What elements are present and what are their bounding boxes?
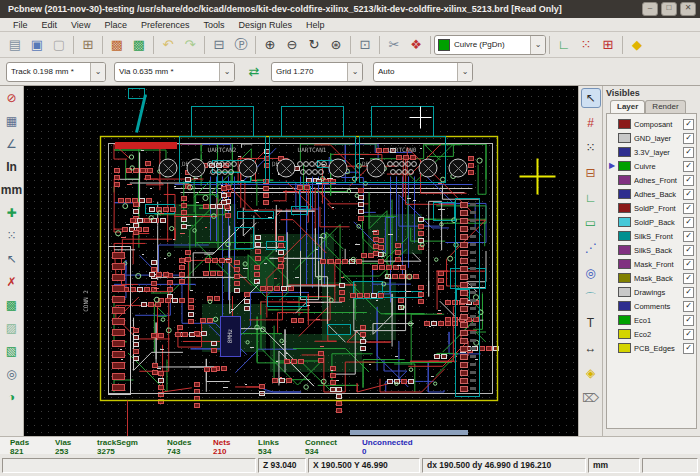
layer-row-eco1[interactable]: Eco1✓ — [607, 313, 696, 327]
zoom-fit-icon[interactable]: ⊛ — [325, 34, 347, 56]
layer-row-soldp_back[interactable]: SoldP_Back✓ — [607, 215, 696, 229]
new-board-icon[interactable]: ▤ — [4, 34, 26, 56]
layer-visibility-checkbox[interactable]: ✓ — [683, 287, 694, 298]
layer-visibility-checkbox[interactable]: ✓ — [683, 119, 694, 130]
layer-visibility-checkbox[interactable]: ✓ — [683, 231, 694, 242]
layer-row-mask_back[interactable]: Mask_Back✓ — [607, 271, 696, 285]
footprint-mode-icon[interactable]: ⊞ — [597, 34, 619, 56]
layer-color-swatch[interactable] — [618, 203, 631, 213]
add-graphic-line-icon[interactable]: ⋰ — [581, 238, 601, 258]
units-mm-icon[interactable]: mm — [2, 180, 22, 200]
zoom-out-icon[interactable]: ⊖ — [281, 34, 303, 56]
save-board-icon[interactable]: ▣ — [26, 34, 48, 56]
cleanup-tracks-icon[interactable]: ❖ — [405, 34, 427, 56]
polar-coords-icon[interactable]: ∠ — [2, 134, 22, 154]
layer-row-cuivre[interactable]: ▶Cuivre✓ — [607, 159, 696, 173]
add-text-icon[interactable]: T — [581, 313, 601, 333]
plot-svg-icon[interactable]: ▢ — [48, 34, 70, 56]
add-module-icon[interactable]: ⊟ — [581, 163, 601, 183]
units-inches-icon[interactable]: In — [2, 157, 22, 177]
close-button[interactable]: ✕ — [680, 2, 696, 16]
menu-place[interactable]: Place — [97, 20, 134, 30]
redo-icon[interactable]: ↷ — [179, 34, 201, 56]
chevron-down-icon[interactable]: ⌄ — [457, 63, 472, 81]
layer-row-pcb_edges[interactable]: PCB_Edges✓ — [607, 341, 696, 355]
tab-render[interactable]: Render — [645, 100, 685, 113]
layer-visibility-checkbox[interactable]: ✓ — [683, 147, 694, 158]
layer-row-composant[interactable]: Composant✓ — [607, 117, 696, 131]
chevron-down-icon[interactable]: ⌄ — [530, 36, 545, 54]
layer-visibility-checkbox[interactable]: ✓ — [683, 273, 694, 284]
grid-size-select[interactable]: Grid 1.270 ⌄ — [271, 62, 363, 82]
layer-row-mask_front[interactable]: Mask_Front✓ — [607, 257, 696, 271]
add-graphic-circle-icon[interactable]: ◎ — [581, 263, 601, 283]
add-dimension-icon[interactable]: ↔ — [581, 338, 601, 358]
chevron-down-icon[interactable]: ⌄ — [347, 63, 362, 81]
undo-icon[interactable]: ↶ — [157, 34, 179, 56]
add-track-icon[interactable]: ∟ — [581, 188, 601, 208]
local-ratsnest-icon[interactable]: ⁙ — [581, 138, 601, 158]
zones-hide-icon[interactable]: ▨ — [2, 318, 22, 338]
layer-visibility-checkbox[interactable]: ✓ — [683, 259, 694, 270]
layer-visibility-checkbox[interactable]: ✓ — [683, 175, 694, 186]
layer-row-silks_back[interactable]: SilkS_Back✓ — [607, 243, 696, 257]
layer-visibility-checkbox[interactable]: ✓ — [683, 245, 694, 256]
zoom-selection-icon[interactable]: ⊡ — [354, 34, 376, 56]
layer-visibility-checkbox[interactable]: ✓ — [683, 301, 694, 312]
delete-items-icon[interactable]: ⌦ — [581, 388, 601, 408]
layer-row-soldp_front[interactable]: SoldP_Front✓ — [607, 201, 696, 215]
add-zone-icon[interactable]: ▭ — [581, 213, 601, 233]
tab-layer[interactable]: Layer — [610, 100, 645, 113]
chevron-down-icon[interactable]: ⌄ — [219, 63, 234, 81]
layer-color-swatch[interactable] — [618, 119, 631, 129]
module-editor-icon[interactable]: ▩ — [106, 34, 128, 56]
select-tool-icon[interactable]: ↖ — [581, 88, 601, 108]
library-browser-icon[interactable]: ▩ — [128, 34, 150, 56]
layer-row-comments[interactable]: Comments✓ — [607, 299, 696, 313]
add-target-icon[interactable]: ◈ — [581, 363, 601, 383]
pcb-canvas-area[interactable] — [24, 86, 578, 436]
layer-color-swatch[interactable] — [618, 245, 631, 255]
layer-color-swatch[interactable] — [618, 175, 631, 185]
print-icon[interactable]: ⊟ — [208, 34, 230, 56]
layer-visibility-checkbox[interactable]: ✓ — [683, 189, 694, 200]
zones-show-icon[interactable]: ▩ — [2, 295, 22, 315]
layer-color-swatch[interactable] — [618, 273, 631, 283]
cursor-shape-icon[interactable]: ✚ — [2, 203, 22, 223]
layer-visibility-checkbox[interactable]: ✓ — [683, 329, 694, 340]
ratsnest-mode-icon[interactable]: ⁙ — [575, 34, 597, 56]
pcb-canvas[interactable] — [24, 86, 578, 436]
module-ratsnest-icon[interactable]: ↖ — [2, 249, 22, 269]
layer-visibility-checkbox[interactable]: ✓ — [683, 315, 694, 326]
menu-help[interactable]: Help — [299, 20, 332, 30]
track-width-select[interactable]: Track 0.198 mm * ⌄ — [6, 62, 106, 82]
net-tool-icon[interactable]: ✂ — [383, 34, 405, 56]
menu-design-rules[interactable]: Design Rules — [231, 20, 299, 30]
track-mode-icon[interactable]: ∟ — [553, 34, 575, 56]
add-arc-icon[interactable]: ⌒ — [581, 288, 601, 308]
layer-color-swatch[interactable] — [618, 329, 631, 339]
zoom-in-icon[interactable]: ⊕ — [259, 34, 281, 56]
title-bar[interactable]: Pcbnew (2011-nov-30)-testing /usr/share/… — [0, 0, 700, 18]
layer-visibility-checkbox[interactable]: ✓ — [683, 203, 694, 214]
menu-preferences[interactable]: Preferences — [134, 20, 197, 30]
zones-outline-icon[interactable]: ▧ — [2, 341, 22, 361]
layer-row-adhes_front[interactable]: Adhes_Front✓ — [607, 173, 696, 187]
layer-color-swatch[interactable] — [618, 259, 631, 269]
menu-edit[interactable]: Edit — [35, 20, 65, 30]
grid-toggle-icon[interactable]: ▦ — [2, 111, 22, 131]
layer-visibility-checkbox[interactable]: ✓ — [683, 217, 694, 228]
layer-color-swatch[interactable] — [618, 217, 631, 227]
minimize-button[interactable]: – — [642, 2, 658, 16]
layer-row-3.3v_layer[interactable]: 3.3V_layer✓ — [607, 145, 696, 159]
plot-icon[interactable]: Ⓟ — [230, 34, 252, 56]
layer-row-adhes_back[interactable]: Adhes_Back✓ — [607, 187, 696, 201]
layer-visibility-checkbox[interactable]: ✓ — [683, 161, 694, 172]
active-layer-select[interactable]: Cuivre (PgDn)⌄ — [434, 35, 546, 55]
chevron-down-icon[interactable]: ⌄ — [90, 63, 105, 81]
layer-color-swatch[interactable] — [618, 287, 631, 297]
menu-tools[interactable]: Tools — [196, 20, 231, 30]
layer-color-swatch[interactable] — [618, 147, 631, 157]
layer-visibility-checkbox[interactable]: ✓ — [683, 133, 694, 144]
drc-off-icon[interactable]: ⊘ — [2, 88, 22, 108]
